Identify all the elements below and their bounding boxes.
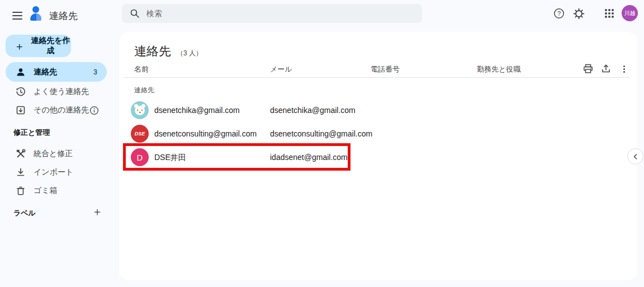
help-icon: ? <box>553 8 565 19</box>
export-button[interactable] <box>600 63 612 75</box>
contacts-section-label: 連絡先 <box>134 86 154 95</box>
import-icon <box>16 167 26 177</box>
other-contacts-info-button[interactable] <box>87 103 101 117</box>
person-icon <box>16 67 26 77</box>
contact-email: dsenetconsulting@gmail.com <box>270 122 372 145</box>
plus-icon: ＋ <box>14 41 25 51</box>
search-bar[interactable] <box>122 4 422 23</box>
apps-grid-icon <box>605 9 614 18</box>
main-menu-icon[interactable] <box>9 7 26 24</box>
tools-icon <box>16 149 26 159</box>
search-icon <box>130 8 140 18</box>
page-title: 連絡先（3 人） <box>134 43 202 60</box>
contacts-count-badge: 3 <box>93 68 97 76</box>
chevron-left-icon <box>632 153 639 160</box>
sidebar: ＋ 連絡先を作成 連絡先 3 よく使う連絡先 その他の連絡先 <box>0 32 119 287</box>
contacts-count-text: （3 人） <box>177 49 202 57</box>
kebab-menu-icon <box>623 65 625 73</box>
add-label-button[interactable]: ＋ <box>91 205 103 218</box>
gear-icon <box>573 8 585 20</box>
help-button[interactable]: ? <box>552 6 566 21</box>
sidebar-item-contacts[interactable]: 連絡先 3 <box>6 62 107 82</box>
print-button[interactable] <box>582 63 594 75</box>
info-icon <box>89 106 99 115</box>
contact-row-highlighted[interactable]: D DSE井田 idadsenet@gmail.com <box>119 145 637 169</box>
sidebar-item-frequent[interactable]: よく使う連絡先 <box>6 82 107 101</box>
header-divider <box>123 77 630 78</box>
archive-down-icon <box>16 105 26 115</box>
contact-photo-avatar[interactable] <box>131 101 149 119</box>
contact-logo-avatar[interactable]: DSE <box>131 125 149 143</box>
contact-email: idadsenet@gmail.com <box>270 145 348 169</box>
create-contact-button[interactable]: ＋ 連絡先を作成 <box>6 35 71 57</box>
labels-section-title: ラベル <box>13 208 36 218</box>
sidebar-item-import[interactable]: インポート <box>6 162 107 182</box>
contacts-panel: 連絡先（3 人） 名前 メール 電話番号 勤務先と役職 連絡先 <box>119 32 637 280</box>
contacts-logo-icon <box>29 6 44 21</box>
more-options-button[interactable] <box>618 63 630 75</box>
printer-icon <box>583 64 593 74</box>
contact-initial-avatar[interactable]: D <box>131 148 149 166</box>
contact-name: dsenetchika@gmail.com <box>154 98 240 122</box>
top-bar: 連絡先 ? <box>0 0 644 32</box>
svg-text:?: ? <box>557 10 561 17</box>
history-icon <box>16 87 26 97</box>
column-header-email: メール <box>270 64 292 74</box>
export-icon <box>601 64 611 74</box>
column-header-phone: 電話番号 <box>371 64 400 74</box>
side-panel-toggle-button[interactable] <box>627 148 643 164</box>
settings-button[interactable] <box>571 6 586 21</box>
account-avatar[interactable]: 川越 <box>622 5 638 21</box>
sidebar-item-other-contacts[interactable]: その他の連絡先 <box>6 100 107 120</box>
app-title: 連絡先 <box>49 10 78 22</box>
search-input[interactable] <box>146 9 404 18</box>
column-header-name[interactable]: 名前 <box>134 64 149 74</box>
contact-row[interactable]: dsenetchika@gmail.com dsenetchika@gmail.… <box>119 98 637 122</box>
manage-section-title: 修正と管理 <box>13 128 50 138</box>
contact-row[interactable]: DSE dsenetconsulting@gmail.com dsenetcon… <box>119 122 637 145</box>
contact-name: DSE井田 <box>154 145 186 169</box>
apps-grid-button[interactable] <box>602 6 617 21</box>
contact-email: dsenetchika@gmail.com <box>270 98 356 122</box>
sidebar-item-trash[interactable]: ゴミ箱 <box>6 181 107 200</box>
bear-photo <box>134 105 145 115</box>
contact-name: dsenetconsulting@gmail.com <box>154 122 257 145</box>
trash-icon <box>16 186 26 196</box>
google-contacts-app: { "topbar": { "app_title": "連絡先", "searc… <box>0 0 644 287</box>
column-header-company: 勤務先と役職 <box>477 64 520 74</box>
sidebar-item-merge-fix[interactable]: 統合と修正 <box>6 144 107 163</box>
